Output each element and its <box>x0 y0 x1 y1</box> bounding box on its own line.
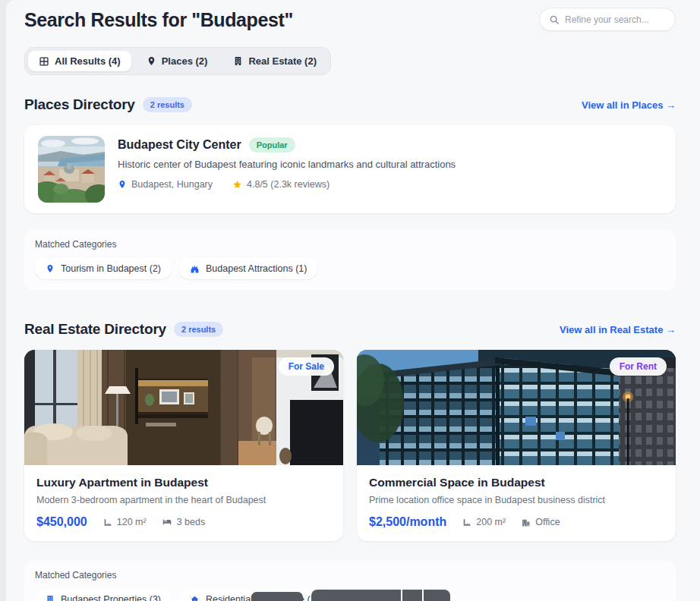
landmark-icon <box>190 264 200 274</box>
matched-categories-label: Matched Categories <box>35 570 665 581</box>
tab-label: Real Estate (2) <box>248 55 317 67</box>
search-results-page: Search Results for "Budapest" All Result… <box>6 0 700 601</box>
tab-all-results[interactable]: All Results (4) <box>28 51 131 71</box>
bed-icon <box>162 517 172 527</box>
tab-label: Places (2) <box>162 55 208 67</box>
listing-card-commercial[interactable]: For Rent Commercial Space in Budapest Pr… <box>357 350 676 541</box>
place-rating-text: 4.8/5 (2.3k reviews) <box>247 179 330 190</box>
house-icon <box>190 595 200 601</box>
listing-title: Luxury Apartment in Budapest <box>36 476 331 489</box>
places-section-header: Places Directory 2 results View all in P… <box>24 96 676 113</box>
status-badge-for-sale: For Sale <box>279 357 334 376</box>
ruler-icon <box>462 518 471 527</box>
ruler-icon <box>102 518 112 527</box>
building-icon <box>233 56 243 66</box>
grid-icon <box>39 56 49 67</box>
view-all-realestate-link[interactable]: View all in Real Estate → <box>560 324 676 335</box>
results-tab-bar: All Results (4) Places (2) Real Estate (… <box>24 47 331 75</box>
tab-real-estate[interactable]: Real Estate (2) <box>222 51 327 71</box>
category-pill-label: Residential Real Estate (1) <box>206 594 319 601</box>
apartment-interior-photo: For Sale <box>24 350 343 465</box>
realestate-directory-section: Real Estate Directory 2 results View all… <box>24 321 676 601</box>
places-count-badge: 2 results <box>143 97 192 112</box>
page-header: Search Results for "Budapest" <box>24 8 676 31</box>
place-title: Budapest City Center <box>118 138 241 152</box>
listing-area-text: 120 m² <box>117 517 147 527</box>
tab-places[interactable]: Places (2) <box>136 51 219 71</box>
realestate-section-title: Real Estate Directory <box>24 321 166 338</box>
listing-type-text: Office <box>535 517 560 527</box>
place-rating: 4.8/5 (2.3k reviews) <box>232 179 330 190</box>
category-pill-label: Budapest Attractions (1) <box>206 263 307 274</box>
category-pill-attractions[interactable]: Budapest Attractions (1) <box>179 258 317 279</box>
place-result-card[interactable]: Budapest City Center Popular Historic ce… <box>24 125 676 213</box>
search-icon <box>549 14 560 25</box>
star-icon <box>232 180 242 190</box>
page-title: Search Results for "Budapest" <box>24 8 293 31</box>
listing-area-text: 200 m² <box>476 517 506 527</box>
listing-title: Commercial Space in Budapest <box>369 476 664 489</box>
places-directory-section: Places Directory 2 results View all in P… <box>24 96 676 291</box>
places-section-title: Places Directory <box>24 96 135 113</box>
map-pin-icon <box>118 180 127 189</box>
map-pin-icon <box>147 56 156 66</box>
place-location-text: Budapest, Hungary <box>131 179 213 190</box>
listing-description: Prime location office space in Budapest … <box>369 495 664 505</box>
place-description: Historic center of Budapest featuring ic… <box>118 159 456 170</box>
listing-card-apartment[interactable]: For Sale Luxury Apartment in Budapest Mo… <box>24 350 343 541</box>
listing-beds-text: 3 beds <box>177 517 206 527</box>
category-pill-residential[interactable]: Residential Real Estate (1) <box>179 589 330 601</box>
realestate-matched-categories: Matched Categories Budapest Properties (… <box>24 561 676 601</box>
category-pill-label: Tourism in Budapest (2) <box>61 263 161 274</box>
place-card-content: Budapest City Center Popular Historic ce… <box>118 136 456 190</box>
building-icon <box>46 595 55 601</box>
view-all-places-link[interactable]: View all in Places → <box>582 99 676 111</box>
listing-area: 200 m² <box>462 517 506 527</box>
listing-beds: 3 beds <box>162 517 206 527</box>
matched-categories-label: Matched Categories <box>35 239 665 250</box>
places-matched-categories: Matched Categories Tourism in Budapest (… <box>24 230 676 291</box>
realestate-section-header: Real Estate Directory 2 results View all… <box>24 321 676 338</box>
place-location: Budapest, Hungary <box>118 179 213 190</box>
realestate-count-badge: 2 results <box>174 322 223 337</box>
listing-price: $2,500/month <box>369 515 446 529</box>
budapest-cityscape-photo <box>38 136 105 203</box>
refine-search-box[interactable] <box>539 8 676 31</box>
tab-label: All Results (4) <box>55 55 121 67</box>
listing-area: 120 m² <box>102 517 147 527</box>
office-building-photo: For Rent <box>357 350 676 465</box>
status-badge-for-rent: For Rent <box>610 357 667 376</box>
listing-price: $450,000 <box>36 515 87 529</box>
office-icon <box>521 518 531 527</box>
listing-description: Modern 3-bedroom apartment in the heart … <box>36 495 331 505</box>
popular-badge: Popular <box>249 137 295 153</box>
listing-type: Office <box>521 517 560 527</box>
category-pill-label: Budapest Properties (3) <box>61 594 161 601</box>
category-pill-tourism[interactable]: Tourism in Budapest (2) <box>35 258 172 279</box>
map-pin-icon <box>46 264 55 273</box>
search-input[interactable] <box>565 14 666 25</box>
category-pill-properties[interactable]: Budapest Properties (3) <box>35 589 172 601</box>
